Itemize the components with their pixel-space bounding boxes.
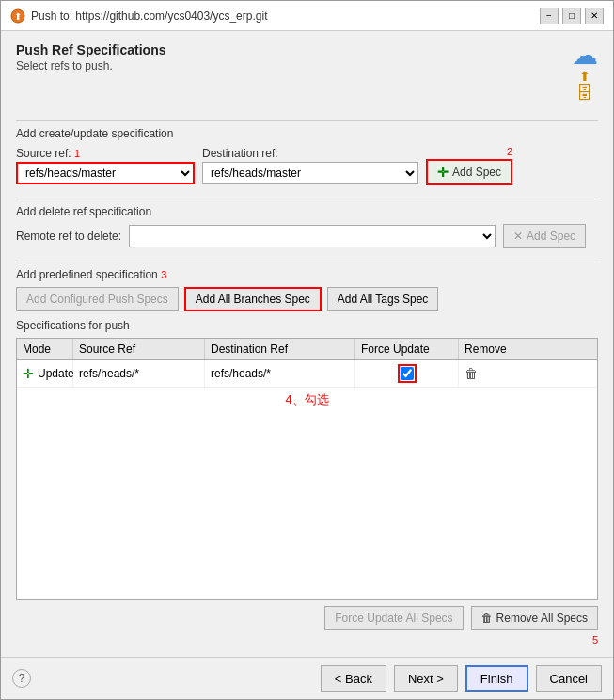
dest-ref-group: Destination ref: refs/heads/master bbox=[202, 147, 418, 184]
footer-buttons: < Back Next > Finish Cancel bbox=[321, 665, 602, 692]
predefined-label: Add predefined specification 3 bbox=[16, 268, 598, 281]
next-button[interactable]: Next > bbox=[394, 665, 458, 692]
badge-5: 5 bbox=[16, 630, 598, 649]
svg-text:⬆: ⬆ bbox=[14, 11, 22, 22]
add-spec-button[interactable]: ✛ Add Spec bbox=[426, 159, 512, 185]
separator-2 bbox=[16, 199, 598, 199]
mode-text: Update bbox=[38, 367, 74, 380]
source-ref-label: Source ref: 1 bbox=[16, 147, 195, 160]
content-area: Push Ref Specifications Select refs to p… bbox=[1, 31, 613, 657]
cloud-icon: ☁ bbox=[572, 42, 598, 69]
delete-ref-row: Remote ref to delete: ✕ Add Spec bbox=[16, 224, 598, 248]
table-row: ✛ Update refs/heads/* refs/heads/* bbox=[17, 360, 597, 388]
col-source: Source Ref bbox=[73, 339, 205, 359]
window-controls: − □ ✕ bbox=[540, 8, 604, 24]
dest-ref-label: Destination ref: bbox=[202, 147, 418, 160]
back-button[interactable]: < Back bbox=[321, 665, 386, 692]
cancel-button[interactable]: Cancel bbox=[536, 665, 602, 692]
add-configured-push-specs-button[interactable]: Add Configured Push Specs bbox=[16, 287, 179, 311]
cell-mode: ✛ Update bbox=[17, 360, 73, 387]
close-button[interactable]: ✕ bbox=[585, 8, 604, 24]
col-force: Force Update bbox=[355, 339, 459, 359]
source-ref-group: Source ref: 1 refs/heads/master bbox=[16, 147, 195, 184]
help-button[interactable]: ? bbox=[12, 669, 31, 688]
finish-button[interactable]: Finish bbox=[465, 665, 528, 692]
create-update-section: Add create/update specification Source r… bbox=[16, 127, 598, 193]
force-update-checkbox-wrapper bbox=[398, 364, 417, 383]
upload-arrow-icon: ⬆ bbox=[579, 69, 590, 84]
minimize-button[interactable]: − bbox=[540, 8, 559, 24]
badge-1: 1 bbox=[74, 148, 80, 159]
maximize-button[interactable]: □ bbox=[562, 8, 581, 24]
spec-actions-row: Force Update All Specs 🗑 Remove All Spec… bbox=[16, 606, 598, 630]
page-subtitle: Select refs to push. bbox=[16, 59, 165, 72]
source-ref-select[interactable]: refs/heads/master bbox=[16, 162, 195, 184]
cloud-icon-area: ☁ ⬆ 🗄 bbox=[572, 42, 598, 103]
dest-ref-select[interactable]: refs/heads/master bbox=[202, 162, 418, 184]
specs-section: Specifications for push Mode Source Ref … bbox=[16, 319, 598, 630]
delete-ref-label: Add delete ref specification bbox=[16, 205, 598, 218]
create-update-row: Source ref: 1 refs/heads/master Destinat… bbox=[16, 146, 598, 185]
remote-ref-label: Remote ref to delete: bbox=[16, 230, 121, 243]
force-update-all-specs-button[interactable]: Force Update All Specs bbox=[324, 606, 463, 630]
cell-force-update bbox=[355, 360, 459, 387]
col-dest: Destination Ref bbox=[205, 339, 355, 359]
footer-left: ? bbox=[12, 669, 31, 688]
x-icon: ✕ bbox=[513, 230, 523, 243]
cell-source: refs/heads/* bbox=[73, 360, 205, 387]
remote-ref-select[interactable] bbox=[129, 225, 496, 247]
add-all-branches-spec-button[interactable]: Add All Branches Spec bbox=[184, 287, 322, 311]
title-bar: ⬆ Push to: https://github.com/ycs0403/yc… bbox=[1, 1, 613, 31]
separator-3 bbox=[16, 262, 598, 262]
table-header: Mode Source Ref Destination Ref Force Up… bbox=[17, 339, 597, 360]
predefined-buttons-row: Add Configured Push Specs Add All Branch… bbox=[16, 287, 598, 311]
create-update-label: Add create/update specification bbox=[16, 127, 598, 140]
badge-2: 2 bbox=[426, 146, 512, 157]
remove-all-specs-button[interactable]: 🗑 Remove All Specs bbox=[471, 606, 598, 630]
predefined-section: Add predefined specification 3 Add Confi… bbox=[16, 268, 598, 319]
dest-ref-value: refs/heads/* bbox=[211, 367, 271, 380]
force-update-checkbox[interactable] bbox=[401, 367, 414, 380]
table-body: ✛ Update refs/heads/* refs/heads/* bbox=[17, 360, 597, 454]
specs-table: Mode Source Ref Destination Ref Force Up… bbox=[16, 338, 598, 600]
separator-1 bbox=[16, 120, 598, 121]
specs-table-label: Specifications for push bbox=[16, 319, 598, 332]
remove-row-button[interactable]: 🗑 bbox=[464, 366, 478, 381]
delete-add-spec-button[interactable]: ✕ Add Spec bbox=[503, 224, 586, 248]
page-title-block: Push Ref Specifications Select refs to p… bbox=[16, 42, 165, 72]
page-header: Push Ref Specifications Select refs to p… bbox=[16, 42, 598, 103]
badge-3: 3 bbox=[161, 269, 166, 280]
main-window: ⬆ Push to: https://github.com/ycs0403/yc… bbox=[0, 0, 614, 700]
col-mode: Mode bbox=[17, 339, 73, 359]
cell-remove: 🗑 bbox=[459, 360, 525, 387]
database-icon: 🗄 bbox=[576, 84, 593, 103]
source-ref-value: refs/heads/* bbox=[79, 367, 139, 380]
page-title: Push Ref Specifications bbox=[16, 42, 165, 57]
app-icon: ⬆ bbox=[10, 8, 25, 24]
remove-icon: 🗑 bbox=[481, 612, 493, 625]
window-title: Push to: https://github.com/ycs0403/ycs_… bbox=[31, 9, 267, 23]
add-all-tags-spec-button[interactable]: Add All Tags Spec bbox=[327, 287, 439, 311]
col-remove: Remove bbox=[459, 339, 525, 359]
footer: ? < Back Next > Finish Cancel bbox=[1, 657, 613, 699]
update-mode-icon: ✛ bbox=[23, 366, 34, 381]
cell-dest: refs/heads/* bbox=[205, 360, 355, 387]
plus-icon: ✛ bbox=[437, 165, 449, 180]
annotation-4: 4、勾选 bbox=[17, 388, 597, 412]
delete-ref-section: Add delete ref specification Remote ref … bbox=[16, 205, 598, 256]
